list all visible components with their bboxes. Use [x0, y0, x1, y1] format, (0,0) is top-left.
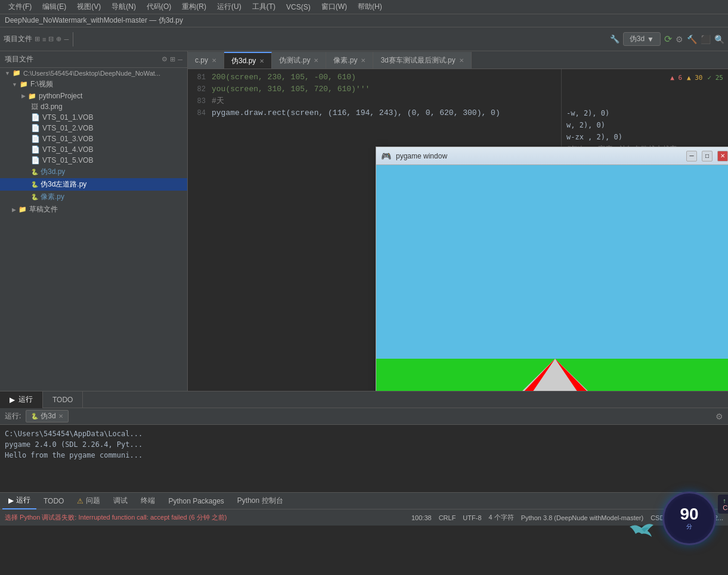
line-number: 83	[190, 95, 212, 107]
tab-close-icon[interactable]: ✕	[314, 57, 318, 64]
run-tab-bar: ▶ 运行 TODO	[0, 391, 728, 408]
sidebar-item-label: 草稿文件	[29, 204, 58, 215]
tab-close-icon[interactable]: ✕	[259, 58, 264, 64]
tab-label: 调试	[113, 496, 128, 506]
code-content: #天	[212, 95, 224, 107]
toolbar-icon-2[interactable]: ≡	[42, 36, 46, 43]
sidebar-item-label: 伪3d左道路.py	[41, 179, 86, 189]
sidebar-panel: 项目文件 ⚙ ⊞ ─ ▼ 📁 C:\Users\545454\Desktop\D…	[0, 51, 188, 391]
menu-item-run[interactable]: 运行(U)	[212, 1, 246, 13]
toolbar-icon-4[interactable]: ⊕	[56, 35, 61, 43]
run-icon: ▶	[8, 496, 14, 505]
pygame-logo-icon: 🎮	[381, 151, 391, 161]
sidebar-item-vts4[interactable]: 📄 VTS_01_4.VOB	[0, 144, 187, 155]
pygame-window[interactable]: 🎮 pygame window ─ □ ✕	[376, 147, 728, 391]
bottom-tab-bar: ▶ 运行 TODO ⚠ 问题 调试 终端 Python Packages Pyt…	[0, 492, 728, 509]
sidebar-header: 项目文件 ⚙ ⊞ ─	[0, 51, 187, 68]
speed-gauge-widget: 90 分 ↑ 2.2K/s CPU 62°C	[662, 492, 716, 545]
menu-item-file[interactable]: 文件(F)	[4, 1, 36, 13]
toolbar-icon-3[interactable]: ⊟	[48, 35, 54, 43]
pygame-maximize-btn[interactable]: □	[702, 151, 712, 161]
sidebar-item-pixel[interactable]: 🐍 像素.py	[0, 191, 187, 203]
run-icon: ▶	[10, 396, 15, 404]
bottom-tab-terminal[interactable]: 终端	[135, 493, 161, 509]
sidebar-settings-icon[interactable]: ⚙	[162, 55, 168, 63]
build-btn[interactable]: 🔨	[687, 35, 697, 44]
sidebar-expand-icon[interactable]: ⊞	[170, 55, 175, 63]
sidebar-item-wei3d-road[interactable]: 🐍 伪3d左道路.py	[0, 178, 187, 191]
gauge-container: 90 分 ↑ 2.2K/s CPU 62°C	[662, 492, 716, 545]
status-char-count: 4 个字符	[489, 513, 514, 522]
bottom-tab-problems[interactable]: ⚠ 问题	[71, 493, 106, 509]
tab-close-icon[interactable]: ✕	[459, 57, 464, 64]
file-icon: 📄	[31, 124, 40, 132]
menu-item-vcs[interactable]: VCS(S)	[281, 2, 315, 13]
tab-close-icon[interactable]: ✕	[212, 57, 216, 64]
sidebar-item-desktop-folder[interactable]: ▼ 📁 C:\Users\545454\Desktop\DeepNude_NoW…	[0, 68, 187, 78]
code-content: 200(screen, 230, 105, -00, 610)	[212, 72, 356, 83]
refresh-btn[interactable]: ⟳	[664, 33, 672, 45]
settings-btn[interactable]: ⚙	[676, 35, 683, 44]
bottom-tab-debug[interactable]: 调试	[107, 493, 134, 509]
run-close-icon[interactable]: ✕	[58, 413, 63, 419]
sidebar-collapse-icon[interactable]: ─	[178, 56, 182, 63]
menu-item-help[interactable]: 帮助(H)	[353, 1, 387, 13]
tab-c-py[interactable]: c.py ✕	[188, 52, 224, 69]
code-content: you(screen, 310, 105, 720, 610)'''	[212, 83, 370, 95]
tab-weiceshi-py[interactable]: 伪测试.py ✕	[272, 52, 326, 69]
run-tab-todo[interactable]: TODO	[43, 391, 83, 408]
sidebar-item-vts2[interactable]: 📄 VTS_01_2.VOB	[0, 123, 187, 133]
tab-label: Python Packages	[168, 497, 224, 505]
bottom-tab-python-console[interactable]: Python 控制台	[231, 493, 289, 509]
bottom-tab-todo[interactable]: TODO	[38, 493, 70, 509]
menu-item-window[interactable]: 窗口(W)	[317, 1, 352, 13]
menu-item-view[interactable]: 视图(V)	[72, 1, 106, 13]
pygame-canvas	[376, 165, 728, 391]
toolbar-icon-1[interactable]: ⊞	[35, 35, 40, 43]
road-svg	[376, 165, 728, 391]
bottom-tab-run[interactable]: ▶ 运行	[2, 493, 36, 509]
search-btn[interactable]: 🔍	[714, 35, 724, 44]
pygame-close-btn[interactable]: ✕	[717, 151, 728, 161]
menu-item-refactor[interactable]: 重构(R)	[177, 1, 211, 13]
bottom-tab-python-packages[interactable]: Python Packages	[162, 493, 230, 509]
menu-item-edit[interactable]: 编辑(E)	[38, 1, 71, 13]
status-python-ver[interactable]: Python 3.8 (DeepNude withModel-master)	[521, 514, 643, 521]
sidebar-item-label: VTS_01_4.VOB	[42, 145, 93, 154]
sidebar-item-python-project[interactable]: ▶ 📁 pythonProject	[0, 91, 187, 101]
run-name-badge[interactable]: 🐍 伪3d ✕	[26, 410, 68, 422]
run-settings-icon[interactable]: ⚙	[715, 412, 723, 421]
run-indicator-icon: 🐍	[31, 413, 38, 419]
run-config-area: 🔧 伪3d ▼ ⟳ ⚙ 🔨 ⬛ 🔍	[610, 32, 724, 46]
stop-btn[interactable]: ⬛	[701, 35, 711, 44]
tab-pixel-py[interactable]: 像素.py ✕	[326, 52, 373, 69]
menu-item-code[interactable]: 代码(O)	[142, 1, 176, 13]
sidebar-item-vts5[interactable]: 📄 VTS_01_5.VOB	[0, 155, 187, 166]
tab-wei3d-py[interactable]: 伪3d.py ✕	[224, 52, 272, 69]
tab-label: c.py	[195, 56, 208, 64]
tab-label: 运行	[16, 495, 30, 505]
sidebar-item-drafts[interactable]: ▶ 📁 草稿文件	[0, 203, 187, 216]
ok-badge: ✓ 25	[708, 74, 724, 82]
speed-number: 90	[680, 506, 698, 523]
expand-icon: ▼	[5, 70, 10, 76]
sidebar-item-wei3d[interactable]: 🐍 伪3d.py	[0, 166, 187, 178]
run-tab-run[interactable]: ▶ 运行	[0, 391, 43, 408]
sidebar-item-vts3[interactable]: 📄 VTS_01_3.VOB	[0, 133, 187, 144]
run-config-dropdown[interactable]: 伪3d ▼	[623, 32, 661, 46]
sidebar-item-label: F:\视频	[30, 79, 53, 89]
pygame-titlebar: 🎮 pygame window ─ □ ✕	[376, 147, 728, 165]
tab-close-icon[interactable]: ✕	[361, 57, 365, 64]
bird-logo	[627, 516, 656, 551]
expand-icon: ▶	[12, 207, 16, 213]
menu-item-tools[interactable]: 工具(T)	[247, 1, 280, 13]
tab-race-py[interactable]: 3d赛车测试最后测试.py ✕	[373, 52, 471, 69]
pygame-minimize-btn[interactable]: ─	[686, 151, 697, 161]
sidebar-item-d3-png[interactable]: 🖼 d3.png	[0, 101, 187, 112]
toolbar-icon-5[interactable]: ─	[64, 36, 69, 43]
menu-item-nav[interactable]: 导航(N)	[107, 1, 141, 13]
sidebar-item-label: VTS_01_5.VOB	[42, 156, 93, 164]
sidebar-item-videos-folder[interactable]: ▼ 📁 F:\视频	[0, 78, 187, 91]
sidebar-item-vts1[interactable]: 📄 VTS_01_1.VOB	[0, 112, 187, 123]
sidebar-item-label: 像素.py	[41, 192, 64, 202]
